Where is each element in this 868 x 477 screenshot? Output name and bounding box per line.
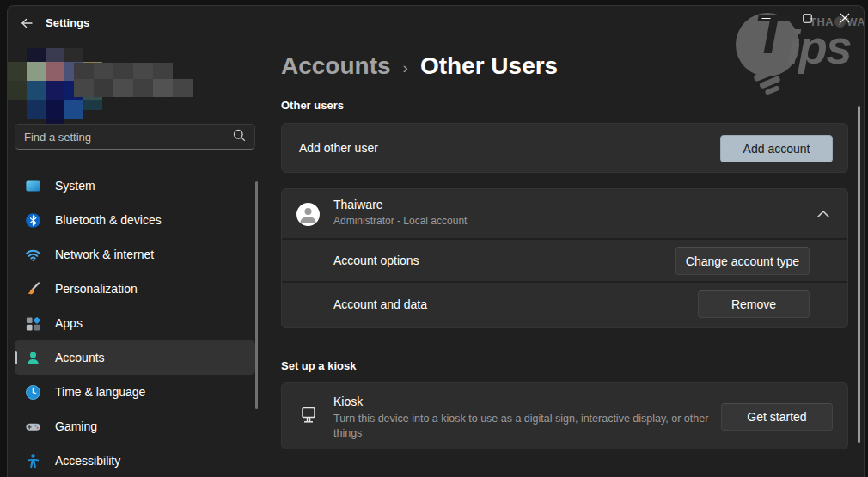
censored-pixel [64,48,83,62]
section-heading-other-users: Other users [281,99,344,112]
time-language-icon [25,384,41,401]
search-icon [233,129,246,145]
censored-pixel [94,63,113,79]
user-name: Thaiware [333,198,383,211]
kiosk-description: Turn this device into a kiosk to use as … [333,412,727,441]
censored-pixel [113,63,133,79]
censored-pixel [46,81,64,100]
chevron-up-icon [816,208,830,221]
censored-pixel [74,63,94,79]
network-icon [25,247,41,263]
censored-pixel [64,100,83,119]
user-avatar [296,203,320,226]
sidebar-item-label: Network & internet [55,248,154,261]
sidebar-item-label: Personalization [55,282,138,296]
add-other-user-row: Add other user Add account [281,123,848,173]
search-box [15,124,255,150]
accounts-icon [25,350,41,366]
user-name-censored [74,63,194,97]
screenshot-root: Settings T ips THA i WARE [0,0,868,477]
minimize-button[interactable] [747,6,785,32]
account-and-data-label: Account and data [333,297,427,311]
sidebar-item-label: Apps [55,316,83,330]
chevron-right-icon: › [403,58,408,77]
add-account-button[interactable]: Add account [720,135,833,162]
kiosk-row: Kiosk Turn this device into a kiosk to u… [281,382,848,449]
sidebar-scrollbar[interactable] [255,181,258,409]
maximize-icon [803,13,812,26]
censored-pixel [83,100,102,110]
user-subtitle: Administrator - Local account [333,215,467,227]
account-options-row: Account options Change account type [282,240,847,283]
censored-pixel [153,63,173,79]
sidebar-item-accessibility[interactable]: Accessibility [15,443,255,477]
censored-pixel [27,62,46,81]
get-started-button[interactable]: Get started [721,403,833,431]
sidebar-item-bluetooth-devices[interactable]: Bluetooth & devices [15,203,255,237]
censored-pixel [27,81,46,100]
selection-indicator [15,351,17,364]
censored-pixel [46,62,64,81]
sidebar-item-label: Accessibility [55,454,120,468]
censored-pixel [46,48,64,62]
sidebar-item-label: Gaming [55,419,97,433]
close-icon [840,13,850,26]
censored-pixel [27,100,46,119]
collapse-button[interactable] [816,208,830,221]
sidebar-item-system[interactable]: System [15,168,255,203]
remove-button[interactable]: Remove [698,290,810,318]
sidebar-item-accounts[interactable]: Accounts [15,340,255,375]
back-button[interactable] [13,13,40,35]
censored-pixel [113,79,133,97]
bluetooth-icon [25,212,41,229]
person-icon [296,203,320,226]
sidebar-item-time-language[interactable]: Time & language [15,375,255,409]
apps-icon [25,315,41,332]
sidebar-item-label: Bluetooth & devices [55,213,162,227]
censored-pixel [27,48,46,62]
breadcrumb: Accounts › Other Users [281,52,558,80]
add-other-user-label: Add other user [299,141,378,155]
censored-pixel [7,81,27,100]
personalization-icon [25,281,41,297]
page-title: Other Users [420,52,558,80]
system-icon [25,178,41,194]
sidebar-item-label: Accounts [55,351,105,364]
section-heading-kiosk: Set up a kiosk [281,359,356,372]
accessibility-icon [25,453,41,469]
user-card-header[interactable]: Thaiware Administrator - Local account [282,189,847,240]
kiosk-icon [299,406,318,428]
minimize-icon [761,13,771,26]
sidebar-item-network-internet[interactable]: Network & internet [15,237,255,272]
breadcrumb-parent[interactable]: Accounts [281,52,391,80]
sidebar-item-personalization[interactable]: Personalization [15,272,255,306]
censored-pixel [153,79,173,97]
sidebar-nav: System Bluetooth & devices [15,168,255,477]
censored-pixel [7,62,27,81]
kiosk-title: Kiosk [333,394,363,408]
app-title: Settings [46,16,89,29]
sidebar-item-label: Time & language [55,385,145,399]
content-scrollbar[interactable] [858,106,860,443]
gaming-icon [25,419,41,435]
censored-pixel [74,79,94,97]
search-input[interactable] [24,131,233,144]
sidebar-item-label: System [55,179,95,193]
sidebar-item-gaming[interactable]: Gaming [15,409,255,443]
censored-pixel [46,100,64,119]
account-and-data-row: Account and data Remove [282,283,847,326]
settings-window: Settings T ips THA i WARE [7,5,865,477]
change-account-type-button[interactable]: Change account type [675,247,810,275]
close-button[interactable] [827,6,863,32]
user-card-group: Thaiware Administrator - Local account A… [281,188,848,328]
censored-pixel [133,79,153,97]
maximize-button[interactable] [788,6,826,32]
censored-pixel [133,63,153,79]
arrow-left-icon [20,16,34,33]
censored-pixel [94,79,113,97]
sidebar-item-apps[interactable]: Apps [15,306,255,340]
account-options-label: Account options [333,254,419,267]
censored-pixel [173,79,193,97]
